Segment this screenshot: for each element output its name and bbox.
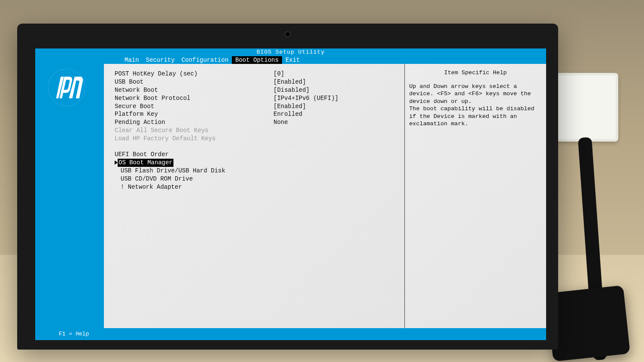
setting-value: [Enabled] — [273, 78, 306, 86]
setting-label: Clear All Secure Boot Keys — [115, 127, 273, 135]
setting-label: POST HotKey Delay (sec) — [115, 70, 273, 78]
boot-item-os-boot-manager[interactable]: OS Boot Manager — [115, 159, 394, 167]
setting-label: Load HP Factory Default Keys — [115, 135, 273, 143]
setting-clear-secure-boot-keys: Clear All Secure Boot Keys — [115, 127, 394, 135]
boot-item-network-adapter[interactable]: ! Network Adapter — [115, 183, 394, 191]
bios-sidebar — [35, 64, 104, 328]
laptop-bezel: BIOS Setup Utility Main Security Configu… — [17, 24, 558, 350]
bios-body: POST HotKey Delay (sec) [0] USB Boot [En… — [35, 64, 546, 328]
bios-tab-bar: Main Security Configuration Boot Options… — [35, 56, 546, 64]
tab-configuration[interactable]: Configuration — [178, 56, 232, 64]
setting-network-boot[interactable]: Network Boot [Disabled] — [115, 86, 394, 94]
boot-item-usb-cd-dvd[interactable]: USB CD/DVD ROM Drive — [115, 175, 394, 183]
webcam-icon — [285, 31, 291, 37]
setting-label: Network Boot Protocol — [115, 94, 273, 103]
bios-footer: F1 = Help — [35, 328, 546, 340]
setting-secure-boot[interactable]: Secure Boot [Enabled] — [115, 103, 394, 111]
boot-item-label: OS Boot Manager — [118, 159, 173, 167]
help-title: Item Specific Help — [409, 69, 542, 77]
setting-label: Network Boot — [115, 86, 273, 94]
bios-screen: BIOS Setup Utility Main Security Configu… — [35, 48, 546, 340]
bios-main-panel: POST HotKey Delay (sec) [0] USB Boot [En… — [104, 64, 404, 328]
tab-exit[interactable]: Exit — [282, 56, 304, 64]
setting-value: [Disabled] — [273, 86, 310, 94]
setting-label: USB Boot — [115, 78, 273, 86]
setting-value: [Enabled] — [273, 103, 306, 111]
help-panel: Item Specific Help Up and Down arrow key… — [404, 64, 546, 328]
footer-help-hint: F1 = Help — [59, 331, 89, 337]
setting-pending-action[interactable]: Pending Action None — [115, 118, 394, 127]
setting-load-hp-factory-keys: Load HP Factory Default Keys — [115, 135, 394, 143]
setting-usb-boot[interactable]: USB Boot [Enabled] — [115, 78, 394, 86]
hp-logo-icon — [47, 68, 86, 107]
tab-main[interactable]: Main — [121, 56, 143, 64]
setting-label: Pending Action — [115, 118, 273, 127]
boot-item-usb-flash-drive[interactable]: USB Flash Drive/USB Hard Disk — [115, 167, 394, 175]
setting-label: Secure Boot — [115, 103, 273, 111]
help-body: Up and Down arrow keys select a device. … — [409, 83, 542, 128]
setting-platform-key[interactable]: Platform Key Enrolled — [115, 110, 394, 118]
bios-title: BIOS Setup Utility — [257, 49, 325, 55]
bios-title-bar: BIOS Setup Utility — [35, 48, 546, 56]
tab-security[interactable]: Security — [143, 56, 178, 64]
charger-brick — [546, 285, 630, 362]
wall-socket — [550, 73, 618, 142]
setting-network-boot-protocol[interactable]: Network Boot Protocol [IPv4+IPv6 (UEFI)] — [115, 94, 394, 103]
setting-label: Platform Key — [115, 110, 273, 118]
chevron-right-icon — [115, 160, 118, 165]
tab-boot-options[interactable]: Boot Options — [232, 56, 282, 64]
uefi-boot-order-header: UEFI Boot Order — [115, 151, 394, 159]
setting-value: [IPv4+IPv6 (UEFI)] — [273, 94, 338, 103]
setting-value: Enrolled — [273, 110, 302, 118]
setting-post-hotkey-delay[interactable]: POST HotKey Delay (sec) [0] — [115, 70, 394, 78]
photo-background: BIOS Setup Utility Main Security Configu… — [0, 0, 644, 362]
setting-value: None — [273, 118, 288, 127]
setting-value: [0] — [273, 70, 284, 78]
